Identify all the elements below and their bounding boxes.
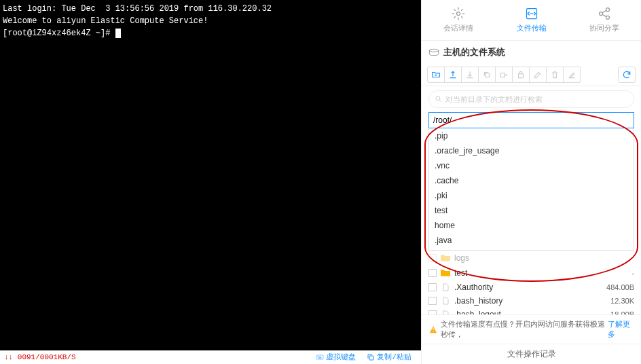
checkbox[interactable] — [428, 254, 437, 262]
search-input[interactable]: 对当前目录下的文档进行检索 — [428, 90, 634, 108]
file-toolbar — [422, 64, 641, 86]
edit-button[interactable] — [563, 67, 581, 83]
list-item[interactable]: .bash_logout 18.00B — [428, 308, 634, 314]
rename-button[interactable] — [529, 67, 547, 83]
list-item[interactable]: test - — [426, 266, 637, 280]
svg-line-12 — [602, 14, 606, 16]
tab-session[interactable]: 会话详情 — [422, 0, 495, 40]
permission-button[interactable] — [512, 67, 530, 83]
tab-share[interactable]: 协同分享 — [568, 0, 641, 40]
list-item[interactable]: .bash_history 12.30K — [428, 294, 634, 308]
dropdown-item[interactable]: logs — [429, 248, 634, 251]
svg-point-10 — [606, 16, 610, 19]
footer-label[interactable]: 文件操作记录 — [422, 344, 641, 364]
move-button[interactable] — [495, 67, 513, 83]
svg-rect-15 — [500, 73, 505, 77]
svg-rect-0 — [316, 355, 323, 359]
terminal-line: Welcome to aliyun Elastic Compute Servic… — [3, 15, 418, 27]
file-icon — [441, 283, 450, 291]
checkbox[interactable] — [428, 269, 437, 277]
refresh-button[interactable] — [618, 67, 636, 83]
terminal-prompt: [root@iZ94xz46ek4Z ~]# — [3, 27, 418, 39]
svg-rect-3 — [320, 357, 321, 357]
svg-rect-2 — [319, 357, 320, 357]
svg-rect-4 — [318, 358, 322, 359]
tip-bar: 文件传输速度有点慢？开启内网访问服务获得极速秒传，了解更多 — [422, 314, 641, 344]
dropdown-item[interactable]: .cache — [429, 173, 634, 188]
path-input[interactable]: /root/ — [428, 112, 634, 128]
dropdown-item[interactable]: .pki — [429, 188, 634, 203]
tabs: 会话详情 文件传输 协同分享 — [422, 0, 641, 41]
terminal-pane[interactable]: Last login: Tue Dec 3 13:56:56 2019 from… — [0, 0, 421, 364]
new-folder-button[interactable] — [427, 67, 445, 83]
copy-paste-button[interactable]: 复制/粘贴 — [367, 352, 411, 363]
share-icon — [598, 7, 611, 20]
disk-icon — [428, 48, 439, 57]
list-item[interactable]: logs — [426, 251, 637, 266]
learn-more-link[interactable]: 了解更多 — [608, 319, 634, 340]
download-button[interactable] — [461, 67, 479, 83]
dropdown-item[interactable]: test — [429, 203, 634, 218]
section-title: 主机的文件系统 — [422, 41, 641, 64]
terminal-line: Last login: Tue Dec 3 13:56:56 2019 from… — [3, 3, 418, 15]
svg-point-17 — [436, 96, 440, 101]
svg-point-8 — [606, 8, 610, 12]
status-bar: ↓↓ 0091/0001KB/S 虚拟键盘 复制/粘贴 — [0, 350, 421, 364]
checkbox[interactable] — [428, 283, 437, 291]
dropdown-item[interactable]: .pip — [429, 128, 634, 143]
file-icon — [441, 297, 450, 305]
folder-icon — [441, 254, 450, 262]
virtual-keyboard-button[interactable]: 虚拟键盘 — [316, 352, 356, 363]
svg-rect-1 — [318, 357, 318, 357]
file-list: .Xauthority 484.00B .bash_history 12.30K… — [422, 280, 641, 314]
svg-line-11 — [602, 10, 606, 12]
svg-point-6 — [456, 12, 460, 16]
checkbox[interactable] — [428, 297, 437, 305]
gear-icon — [452, 7, 465, 20]
warning-icon — [428, 325, 438, 334]
dropdown-item[interactable]: .oracle_jre_usage — [429, 143, 634, 158]
copy-button[interactable] — [478, 67, 496, 83]
transfer-speed: ↓↓ 0091/0001KB/S — [4, 352, 76, 363]
list-item[interactable]: .Xauthority 484.00B — [428, 280, 634, 294]
cursor-icon — [115, 29, 121, 38]
upload-button[interactable] — [444, 67, 462, 83]
dropdown-item[interactable]: .java — [429, 233, 634, 248]
folder-icon — [441, 269, 450, 277]
svg-rect-16 — [519, 74, 524, 78]
dropdown-item[interactable]: .vnc — [429, 158, 634, 173]
svg-rect-14 — [486, 73, 490, 77]
transfer-icon — [525, 7, 538, 20]
svg-rect-5 — [369, 356, 373, 360]
side-panel: 会话详情 文件传输 协同分享 主机的文件系统 — [421, 0, 641, 364]
delete-button[interactable] — [546, 67, 564, 83]
svg-line-18 — [440, 101, 442, 103]
path-dropdown[interactable]: .pip .oracle_jre_usage .vnc .cache .pki … — [428, 128, 634, 251]
tab-transfer[interactable]: 文件传输 — [495, 0, 568, 40]
svg-point-9 — [600, 12, 603, 16]
search-icon — [435, 95, 443, 103]
dropdown-item[interactable]: home — [429, 218, 634, 233]
svg-point-13 — [429, 49, 438, 52]
